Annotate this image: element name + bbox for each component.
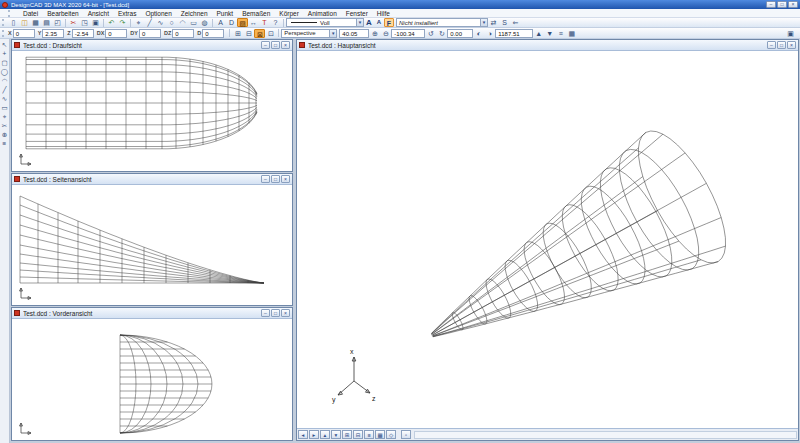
copy-icon[interactable]: ◳: [79, 18, 90, 27]
add-point-icon[interactable]: +: [0, 49, 9, 58]
menu-bearbeiten[interactable]: Bearbeiten: [47, 10, 78, 17]
print-preview-icon[interactable]: ◰: [52, 18, 63, 27]
viewport-1-canvas[interactable]: [12, 51, 292, 171]
viewport-2-maximize-button[interactable]: □: [271, 175, 280, 183]
zoom-in-icon[interactable]: ⊕: [369, 29, 380, 38]
pointer-icon[interactable]: ↖: [0, 40, 9, 49]
line-style-dropdown[interactable]: Voll ▼: [286, 18, 364, 27]
viewport-main-header[interactable]: Test.dcd : Hauptansicht – □ ×: [297, 40, 798, 51]
viewport-3-maximize-button[interactable]: □: [271, 309, 280, 317]
coord-d-field[interactable]: 0: [202, 29, 224, 38]
save-icon[interactable]: ▦: [30, 18, 41, 27]
scroll-left-button[interactable]: ◂: [298, 430, 308, 439]
minimize-button[interactable]: –: [766, 1, 776, 8]
step-down-icon[interactable]: ▼: [544, 29, 555, 38]
viewport-3-header[interactable]: Test.dcd : Vorderansicht – □ ×: [12, 308, 292, 319]
snap-icon[interactable]: S: [499, 18, 510, 27]
coord-dz-field[interactable]: 0: [172, 29, 194, 38]
font-smaller-button[interactable]: A: [374, 18, 384, 27]
far-right-icon[interactable]: ▣: [785, 29, 796, 38]
list-icon[interactable]: ≡: [555, 29, 566, 38]
font-dropdown[interactable]: Nicht installiert ▼: [396, 18, 488, 27]
dimension-icon[interactable]: ↔: [248, 18, 259, 27]
menu-bemassen[interactable]: Bemaßen: [242, 10, 270, 17]
font-style-button[interactable]: F: [384, 18, 394, 27]
text-tool-icon[interactable]: T: [259, 18, 270, 27]
close-button[interactable]: ×: [788, 1, 798, 8]
menu-koerper[interactable]: Körper: [279, 10, 299, 17]
viewport-2-header[interactable]: Test.dcd : Seitenansicht – □ ×: [12, 174, 292, 185]
viewport-1-minimize-button[interactable]: –: [261, 41, 270, 49]
print-icon[interactable]: ▤: [41, 18, 52, 27]
rotate-right-icon[interactable]: ↻: [436, 29, 447, 38]
view-angle-field[interactable]: 40.05: [339, 29, 369, 38]
font-larger-button[interactable]: A: [364, 18, 374, 27]
polyline-tool-icon[interactable]: ∿: [155, 18, 166, 27]
rotate-left-icon[interactable]: ↺: [425, 29, 436, 38]
view-list-button[interactable]: ≡: [364, 430, 374, 439]
distance-field[interactable]: 1187.51: [495, 29, 533, 38]
viewport-2-canvas[interactable]: [12, 185, 292, 305]
viewport-1-maximize-button[interactable]: □: [271, 41, 280, 49]
hatch-icon[interactable]: ▨: [237, 18, 248, 27]
arc-icon[interactable]: ◠: [0, 76, 9, 85]
rect-select-icon[interactable]: ▢: [0, 58, 9, 67]
menu-zeichnen[interactable]: Zeichnen: [181, 10, 208, 17]
undo-icon[interactable]: ↶: [106, 18, 117, 27]
letter-a-icon[interactable]: A: [215, 18, 226, 27]
view-iso-button[interactable]: ◇: [386, 430, 396, 439]
paste-icon[interactable]: ▣: [90, 18, 101, 27]
coord-x-field[interactable]: 0: [13, 29, 35, 38]
rotate-y-field[interactable]: 0.00: [447, 29, 473, 38]
layers-icon[interactable]: ≡: [0, 139, 9, 148]
menu-hilfe[interactable]: Hilfe: [377, 10, 390, 17]
view-grid-button[interactable]: ▦: [375, 430, 385, 439]
tilt-up-icon[interactable]: ◐: [473, 29, 484, 38]
plane-icon[interactable]: ⊡: [265, 29, 276, 38]
grid-minus-icon[interactable]: ⊟: [243, 29, 254, 38]
magnify-icon[interactable]: ⊕: [0, 130, 9, 139]
grid-icon[interactable]: ⊞: [232, 29, 243, 38]
view-mode-dropdown[interactable]: Perspective ▼: [281, 29, 337, 38]
menu-extras[interactable]: Extras: [118, 10, 136, 17]
tilt-down-icon[interactable]: ◑: [484, 29, 495, 38]
select-tool-icon[interactable]: ⌖: [133, 18, 144, 27]
viewport-2-minimize-button[interactable]: –: [261, 175, 270, 183]
horizontal-scrollbar[interactable]: [414, 431, 797, 439]
cut-icon[interactable]: ✂: [68, 18, 79, 27]
new-file-icon[interactable]: ▯: [8, 18, 19, 27]
rotate-x-field[interactable]: -100.34: [391, 29, 425, 38]
coord-dy-field[interactable]: 0: [139, 29, 161, 38]
maximize-button[interactable]: □: [777, 1, 787, 8]
coord-dx-field[interactable]: 0: [105, 29, 127, 38]
circle-tool-icon[interactable]: ○: [166, 18, 177, 27]
scroll-down-button[interactable]: ▾: [331, 430, 341, 439]
viewport-main-minimize-button[interactable]: –: [767, 41, 776, 49]
box-icon[interactable]: ▭: [0, 103, 9, 112]
zoom-minus-button[interactable]: ⊟: [353, 430, 363, 439]
viewport-3-canvas[interactable]: [12, 319, 292, 440]
viewport-3-minimize-button[interactable]: –: [261, 309, 270, 317]
swap-icon[interactable]: ⇄: [488, 18, 499, 27]
viewport-1-header[interactable]: Test.dcd : Draufsicht – □ ×: [12, 40, 292, 51]
menu-animation[interactable]: Animation: [308, 10, 337, 17]
mesh-icon[interactable]: ▦: [566, 29, 577, 38]
arc-tool-icon[interactable]: ◠: [177, 18, 188, 27]
extra-view-button[interactable]: ▫: [401, 430, 411, 439]
trim-icon[interactable]: ✂: [0, 121, 9, 130]
coord-z-field[interactable]: -2.54: [72, 29, 94, 38]
step-up-icon[interactable]: ▲: [533, 29, 544, 38]
viewport-main-canvas[interactable]: xyz: [297, 51, 798, 428]
help-icon[interactable]: ?: [270, 18, 281, 27]
viewport-main-close-button[interactable]: ×: [787, 41, 796, 49]
curve-icon[interactable]: ∿: [0, 94, 9, 103]
viewport-2-close-button[interactable]: ×: [281, 175, 290, 183]
ortho-icon[interactable]: ⊠: [254, 29, 265, 38]
viewport-1-close-button[interactable]: ×: [281, 41, 290, 49]
scroll-right-button[interactable]: ▸: [309, 430, 319, 439]
letter-d-icon[interactable]: D: [226, 18, 237, 27]
menu-fenster[interactable]: Fenster: [346, 10, 368, 17]
circle-icon[interactable]: ◯: [0, 67, 9, 76]
menu-optionen[interactable]: Optionen: [145, 10, 171, 17]
scroll-up-button[interactable]: ▴: [320, 430, 330, 439]
